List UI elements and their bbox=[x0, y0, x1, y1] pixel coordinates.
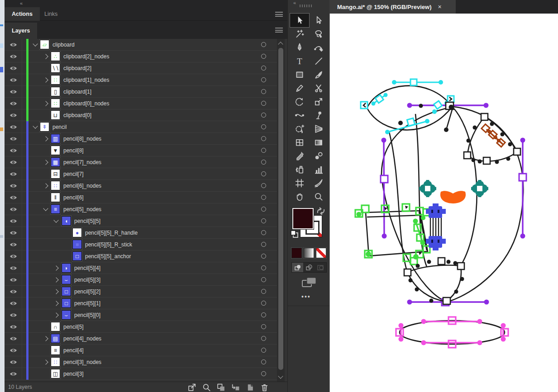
layer-row[interactable]: ≡pencil[4] bbox=[5, 345, 277, 356]
layer-thumbnail[interactable]: ∷ bbox=[51, 357, 60, 367]
selection-tool[interactable] bbox=[290, 14, 309, 27]
target-circle[interactable] bbox=[261, 66, 266, 71]
target-circle[interactable] bbox=[261, 171, 266, 176]
layer-thumbnail[interactable]: ∷ bbox=[51, 75, 60, 85]
target-circle[interactable] bbox=[261, 359, 266, 364]
visibility-toggle[interactable] bbox=[7, 335, 19, 342]
layer-thumbnail[interactable]: ≡ bbox=[51, 204, 60, 214]
visibility-toggle[interactable] bbox=[7, 100, 19, 107]
layer-label[interactable]: pencil bbox=[52, 124, 67, 130]
expander-closed-icon[interactable] bbox=[53, 265, 58, 270]
layer-thumbnail[interactable]: ◖ bbox=[62, 216, 71, 226]
layer-label[interactable]: pencil[3]_nodes bbox=[63, 359, 101, 365]
layer-label[interactable]: clipboard[0] bbox=[63, 112, 91, 118]
target-circle[interactable] bbox=[261, 348, 266, 353]
perspective-grid-tool[interactable] bbox=[309, 122, 328, 136]
layer-thumbnail[interactable]: ∩ bbox=[51, 322, 60, 331]
target-circle[interactable] bbox=[261, 148, 266, 153]
layer-thumbnail[interactable]: ⊔ bbox=[51, 110, 60, 120]
layer-row[interactable]: ▼pencil[8] bbox=[5, 145, 277, 156]
canvas[interactable] bbox=[329, 14, 558, 392]
expander-closed-icon[interactable] bbox=[53, 277, 58, 282]
expander-closed-icon[interactable] bbox=[53, 289, 58, 294]
scroll-up-icon[interactable] bbox=[278, 42, 283, 47]
type-tool[interactable]: T bbox=[290, 54, 309, 68]
expander-open-icon[interactable] bbox=[53, 217, 58, 222]
tab-actions[interactable]: Actions bbox=[5, 7, 40, 21]
visibility-toggle[interactable] bbox=[7, 170, 19, 178]
swap-fill-stroke-icon[interactable] bbox=[316, 207, 326, 216]
layer-row[interactable]: ●pencil[5][5]_R_handle bbox=[5, 227, 277, 239]
mesh-tool[interactable] bbox=[290, 136, 309, 149]
visibility-toggle[interactable] bbox=[7, 241, 19, 248]
artboard-tool[interactable] bbox=[290, 176, 309, 190]
layer-thumbnail[interactable]: □ bbox=[72, 251, 82, 261]
line-tool[interactable] bbox=[309, 54, 328, 68]
visibility-toggle[interactable] bbox=[7, 135, 19, 142]
expander-closed-icon[interactable] bbox=[43, 77, 48, 82]
visibility-toggle[interactable] bbox=[7, 206, 19, 213]
layer-thumbnail[interactable]: ∷ bbox=[51, 181, 60, 190]
gradient-mode-button[interactable] bbox=[304, 248, 314, 258]
layer-row[interactable]: ⊟pencil[7] bbox=[5, 168, 277, 180]
visibility-toggle[interactable] bbox=[7, 88, 19, 95]
layer-thumbnail[interactable]: ● bbox=[72, 228, 82, 237]
layer-thumbnail[interactable]: ▥ bbox=[51, 134, 60, 143]
target-circle[interactable] bbox=[261, 289, 266, 294]
curvature-tool[interactable] bbox=[309, 41, 328, 54]
expander-closed-icon[interactable] bbox=[43, 136, 48, 141]
close-document-icon[interactable]: × bbox=[438, 3, 441, 10]
gradient-tool[interactable] bbox=[309, 136, 328, 149]
layer-label[interactable]: pencil[5][5]_anchor bbox=[85, 253, 131, 260]
layer-label[interactable]: clipboard bbox=[52, 42, 75, 48]
layer-thumbnail[interactable]: ∴ bbox=[51, 52, 60, 61]
layer-thumbnail[interactable]: □ bbox=[62, 287, 71, 296]
tab-layers[interactable]: Layers bbox=[5, 23, 37, 39]
layer-row[interactable]: ▤pencil[4]_nodes bbox=[5, 333, 277, 345]
collapse-panel-icon[interactable]: « bbox=[20, 0, 22, 6]
expander-closed-icon[interactable] bbox=[53, 301, 58, 306]
layer-thumbnail[interactable]: ▦ bbox=[51, 157, 60, 167]
layer-row[interactable]: ∷clipboard[0]_nodes bbox=[5, 98, 277, 109]
layer-thumbnail[interactable]: ≡ bbox=[51, 345, 60, 355]
draw-behind-button[interactable] bbox=[303, 263, 315, 272]
symbol-sprayer-tool[interactable] bbox=[290, 163, 309, 176]
target-circle[interactable] bbox=[261, 301, 266, 306]
layer-label[interactable]: clipboard[2]_nodes bbox=[63, 53, 109, 60]
visibility-toggle[interactable] bbox=[7, 264, 19, 272]
expander-closed-icon[interactable] bbox=[43, 336, 48, 341]
layer-label[interactable]: pencil[4]_nodes bbox=[63, 335, 101, 342]
target-circle[interactable] bbox=[261, 254, 266, 259]
layer-thumbnail[interactable]: ▱ bbox=[40, 40, 49, 49]
layer-thumbnail[interactable]: ◗ bbox=[62, 263, 71, 273]
visibility-toggle[interactable] bbox=[7, 182, 19, 189]
layer-row[interactable]: ∩pencil[5] bbox=[5, 321, 277, 333]
target-circle[interactable] bbox=[261, 371, 266, 376]
layer-thumbnail[interactable]: ▼ bbox=[51, 146, 60, 155]
layer-thumbnail[interactable]: ▯ bbox=[51, 87, 60, 96]
target-circle[interactable] bbox=[261, 89, 266, 94]
layer-row[interactable]: ∷clipboard[1]_nodes bbox=[5, 74, 277, 86]
target-circle[interactable] bbox=[261, 101, 266, 106]
layer-thumbnail[interactable]: ∷ bbox=[51, 99, 60, 108]
layer-label[interactable]: pencil[5][5] bbox=[74, 218, 100, 224]
layer-row[interactable]: ∴clipboard[2]_nodes bbox=[5, 51, 277, 62]
layer-label[interactable]: clipboard[0]_nodes bbox=[63, 100, 109, 107]
layer-row[interactable]: □pencil[5][1] bbox=[5, 298, 277, 309]
target-circle[interactable] bbox=[261, 207, 266, 212]
pen-tool[interactable] bbox=[290, 41, 309, 54]
target-circle[interactable] bbox=[261, 324, 266, 329]
lasso-tool[interactable] bbox=[309, 27, 328, 41]
target-circle[interactable] bbox=[261, 183, 266, 188]
scissors-tool[interactable] bbox=[309, 81, 328, 95]
edit-toolbar-button[interactable]: ••• bbox=[301, 293, 311, 300]
rectangle-tool[interactable] bbox=[290, 68, 309, 81]
target-circle[interactable] bbox=[261, 218, 266, 223]
layers-panel-menu-icon[interactable] bbox=[275, 28, 283, 33]
layer-label[interactable]: pencil[5][1] bbox=[74, 300, 100, 307]
expander-closed-icon[interactable] bbox=[43, 183, 48, 188]
layer-thumbnail[interactable]: ■ bbox=[72, 240, 82, 249]
default-fill-stroke-icon[interactable] bbox=[290, 229, 300, 239]
target-circle[interactable] bbox=[261, 265, 266, 270]
collect-for-export-icon[interactable] bbox=[187, 383, 197, 392]
